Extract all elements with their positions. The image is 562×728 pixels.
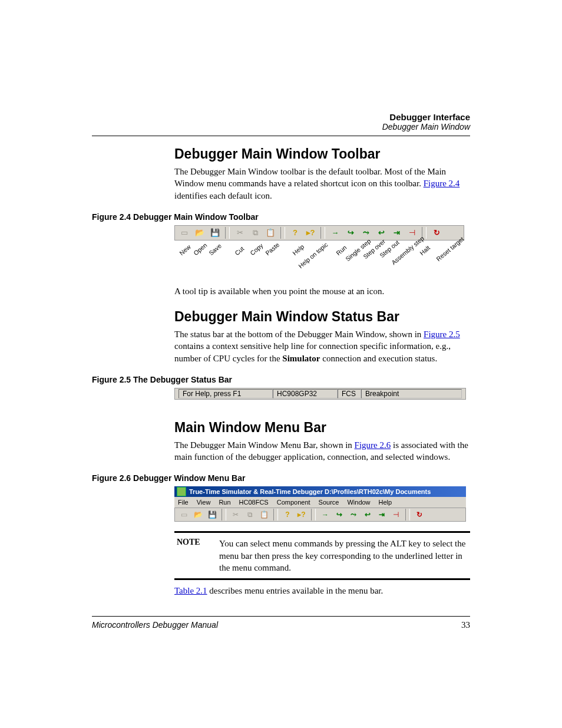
- status-bar: For Help, press F1 HC908GP32 FCS Breakpo…: [174, 388, 466, 400]
- link-table-2-1[interactable]: Table 2.1: [174, 586, 207, 595]
- link-figure-2-6[interactable]: Figure 2.6: [355, 440, 391, 450]
- save-icon[interactable]: 💾: [208, 226, 222, 239]
- help-icon[interactable]: ?: [288, 226, 302, 239]
- single-step-icon[interactable]: ↪: [333, 509, 346, 521]
- running-header-line2: Debugger Main Window: [234, 122, 470, 131]
- new-icon[interactable]: ▭: [177, 226, 191, 239]
- section3-paragraph: The Debugger Main Window Menu Bar, shown…: [174, 439, 470, 463]
- app-titlebar: True-Time Simulator & Real-Time Debugger…: [174, 486, 466, 497]
- note-label: NOTE: [177, 538, 210, 574]
- tooltip-sentence: A tool tip is available when you point t…: [174, 285, 470, 297]
- paste-icon[interactable]: 📋: [257, 509, 270, 521]
- section-title-statusbar: Debugger Main Window Status Bar: [174, 309, 470, 325]
- assembly-step-icon[interactable]: ⇥: [375, 509, 388, 521]
- toolbar-labels: New Open Save Cut Copy Paste Help Help o…: [174, 241, 464, 272]
- figure-2-4-caption: Figure 2.4 Debugger Main Window Toolbar: [92, 212, 470, 222]
- section2-paragraph: The status bar at the bottom of the Debu…: [174, 328, 470, 364]
- figure-2-5: For Help, press F1 HC908GP32 FCS Breakpo…: [174, 388, 470, 400]
- step-over-icon[interactable]: ⤳: [359, 226, 373, 239]
- menu-component[interactable]: Component: [277, 499, 310, 506]
- run-icon[interactable]: →: [328, 226, 342, 239]
- assembly-step-icon[interactable]: ⇥: [389, 226, 404, 239]
- status-state: Breakpoint: [361, 389, 462, 398]
- table-reference: Table 2.1 describes menu entries availab…: [174, 585, 470, 597]
- app-menubar: File View Run HC08FCS Component Source W…: [174, 497, 466, 508]
- menu-hc08fcs[interactable]: HC08FCS: [239, 499, 269, 506]
- menu-help[interactable]: Help: [379, 499, 392, 506]
- running-header: Debugger Interface Debugger Main Window: [234, 112, 470, 131]
- menu-file[interactable]: File: [178, 499, 189, 506]
- toolbar-separator: [320, 227, 325, 239]
- help-on-topic-icon[interactable]: ▸?: [295, 509, 308, 521]
- toolbar-separator: [225, 227, 230, 239]
- run-icon[interactable]: →: [319, 509, 332, 521]
- menu-view[interactable]: View: [197, 499, 211, 506]
- menu-source[interactable]: Source: [319, 499, 339, 506]
- step-out-icon[interactable]: ↩: [374, 226, 388, 239]
- menu-window[interactable]: Window: [347, 499, 370, 506]
- single-step-icon[interactable]: ↪: [343, 226, 358, 239]
- section-title-toolbar: Debugger Main Window Toolbar: [174, 146, 470, 162]
- save-icon[interactable]: 💾: [206, 509, 219, 521]
- app-toolbar: ▭ 📂 💾 ✂ ⧉ 📋 ? ▸? → ↪ ⤳ ↩ ⇥ ⊣ ↻: [174, 508, 466, 522]
- paste-icon[interactable]: 📋: [263, 226, 277, 239]
- link-figure-2-4[interactable]: Figure 2.4: [424, 179, 460, 188]
- status-mode: FCS: [338, 389, 361, 398]
- footer-book-title: Microcontrollers Debugger Manual: [92, 620, 218, 630]
- open-icon[interactable]: 📂: [193, 226, 207, 239]
- section-title-menubar: Main Window Menu Bar: [174, 420, 470, 436]
- app-icon: [177, 487, 186, 496]
- app-title-text: True-Time Simulator & Real-Time Debugger…: [189, 488, 431, 495]
- halt-icon[interactable]: ⊣: [389, 509, 402, 521]
- figure-2-6: True-Time Simulator & Real-Time Debugger…: [174, 486, 466, 522]
- reset-target-icon[interactable]: ↻: [429, 226, 444, 239]
- copy-icon[interactable]: ⧉: [243, 509, 256, 521]
- section1-paragraph: The Debugger Main Window toolbar is the …: [174, 166, 470, 202]
- note-text: You can select menu commands by pressing…: [219, 538, 470, 574]
- link-figure-2-5[interactable]: Figure 2.5: [424, 330, 460, 339]
- cut-icon[interactable]: ✂: [229, 509, 242, 521]
- toolbar-separator: [280, 227, 285, 239]
- figure-2-6-caption: Figure 2.6 Debugger Window Menu Bar: [92, 473, 470, 483]
- menu-run[interactable]: Run: [219, 499, 230, 506]
- step-over-icon[interactable]: ⤳: [347, 509, 360, 521]
- new-icon[interactable]: ▭: [177, 509, 190, 521]
- page-footer: Microcontrollers Debugger Manual 33: [92, 616, 470, 630]
- header-rule: [92, 136, 470, 136]
- open-icon[interactable]: 📂: [191, 509, 204, 521]
- note-block: NOTE You can select menu commands by pre…: [174, 531, 470, 580]
- bold-simulator: Simulator: [282, 354, 320, 363]
- cut-icon[interactable]: ✂: [233, 226, 247, 239]
- figure-2-5-caption: Figure 2.5 The Debugger Status Bar: [92, 375, 470, 384]
- running-header-line1: Debugger Interface: [234, 112, 470, 122]
- reset-target-icon[interactable]: ↻: [413, 509, 426, 521]
- step-out-icon[interactable]: ↩: [361, 509, 374, 521]
- figure-2-4: ▭ 📂 💾 ✂ ⧉ 📋 ? ▸? → ↪ ⤳ ↩ ⇥ ⊣ ↻: [174, 225, 470, 272]
- status-chip: HC908GP32: [273, 389, 338, 398]
- help-icon[interactable]: ?: [281, 509, 294, 521]
- copy-icon[interactable]: ⧉: [248, 226, 262, 239]
- help-on-topic-icon[interactable]: ▸?: [303, 226, 318, 239]
- status-help-text: For Help, press F1: [178, 389, 273, 398]
- footer-page-number: 33: [461, 620, 470, 630]
